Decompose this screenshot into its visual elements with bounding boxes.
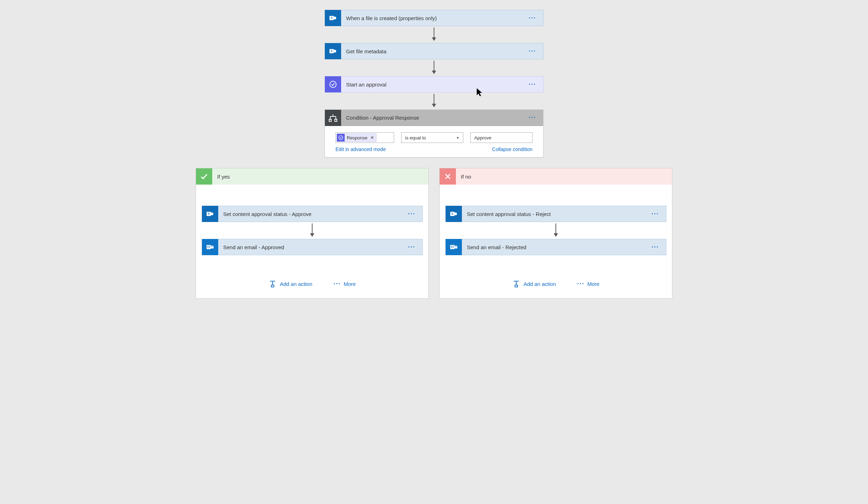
get-metadata-step[interactable]: S Get file metadata ···	[325, 43, 543, 59]
svg-text:O: O	[207, 245, 210, 249]
svg-marker-4	[432, 37, 436, 41]
more-button[interactable]: ··· More	[333, 280, 356, 288]
token-remove-icon[interactable]: ✕	[370, 135, 376, 140]
svg-rect-43	[515, 285, 517, 287]
add-action-icon	[269, 280, 277, 288]
svg-text:S: S	[331, 49, 333, 53]
start-approval-label: Start an approval	[341, 82, 522, 88]
more-icon[interactable]: ···	[401, 244, 422, 251]
svg-marker-24	[310, 233, 314, 237]
condition-operator-select[interactable]: is equal to ▼	[401, 132, 463, 143]
if-yes-branch: If yes S Set content approval status - A…	[196, 168, 429, 299]
step-label: Set content approval status - Approve	[218, 211, 401, 217]
more-label: More	[344, 281, 356, 287]
more-icon[interactable]: ···	[401, 210, 422, 218]
if-no-title: If no	[456, 174, 471, 180]
more-label: More	[587, 281, 599, 287]
svg-text:S: S	[451, 212, 453, 216]
arrow-icon	[552, 222, 559, 239]
svg-point-2	[333, 17, 336, 19]
add-action-icon	[512, 280, 520, 288]
no-set-approval-step[interactable]: S Set content approval status - Reject ·…	[445, 206, 666, 222]
more-icon[interactable]: ···	[522, 81, 543, 88]
more-icon[interactable]: ···	[644, 210, 666, 218]
step-label: Set content approval status - Reject	[462, 211, 644, 217]
more-icon: ···	[577, 280, 584, 288]
svg-marker-37	[554, 233, 558, 237]
add-action-button[interactable]: Add an action	[269, 280, 313, 288]
svg-text:S: S	[331, 16, 333, 20]
sharepoint-icon: S	[325, 10, 341, 26]
cursor-icon	[477, 88, 483, 98]
approval-icon	[337, 134, 345, 142]
step-label: Send an email - Rejected	[462, 244, 644, 250]
edit-advanced-link[interactable]: Edit in advanced mode	[335, 146, 386, 152]
svg-point-22	[210, 212, 213, 215]
arrow-icon	[430, 59, 438, 76]
svg-rect-30	[271, 285, 274, 287]
sharepoint-icon: S	[202, 206, 218, 222]
if-no-header: If no	[440, 168, 672, 185]
more-icon[interactable]: ···	[522, 14, 543, 22]
arrow-icon	[309, 222, 316, 239]
outlook-icon: O	[202, 239, 218, 255]
collapse-condition-link[interactable]: Collapse condition	[492, 146, 533, 152]
condition-left-field[interactable]: Response ✕	[335, 132, 394, 143]
more-icon: ···	[333, 280, 341, 288]
arrow-icon	[430, 26, 438, 43]
start-approval-step[interactable]: Start an approval ···	[325, 76, 543, 92]
response-token[interactable]: Response ✕	[337, 133, 376, 142]
condition-card: Condition - Approval Response ··· Respon…	[325, 109, 543, 157]
svg-text:O: O	[451, 245, 454, 249]
trigger-label: When a file is created (properties only)	[341, 15, 522, 21]
step-label: Send an email - Approved	[218, 244, 401, 250]
outlook-icon: O	[446, 239, 462, 255]
more-icon[interactable]: ···	[522, 114, 543, 121]
close-icon	[440, 168, 456, 185]
value-text: Approve	[474, 135, 491, 140]
yes-set-approval-step[interactable]: S Set content approval status - Approve …	[202, 206, 423, 222]
no-send-email-step[interactable]: O Send an email - Rejected ···	[445, 239, 666, 255]
operator-label: is equal to	[405, 135, 426, 140]
svg-rect-17	[329, 119, 331, 121]
svg-marker-44	[477, 88, 482, 96]
svg-point-7	[333, 50, 336, 53]
if-yes-title: If yes	[212, 174, 230, 180]
sharepoint-icon: S	[325, 43, 341, 59]
token-label: Response	[347, 135, 370, 140]
if-no-branch: If no S Set content approval status - Re…	[439, 168, 672, 299]
svg-point-10	[330, 81, 336, 88]
more-button[interactable]: ··· More	[577, 280, 599, 288]
svg-marker-12	[432, 104, 436, 107]
condition-value-input[interactable]: Approve	[470, 132, 533, 143]
sharepoint-icon: S	[446, 206, 462, 222]
if-yes-header: If yes	[196, 168, 428, 185]
check-icon	[196, 168, 212, 185]
yes-send-email-step[interactable]: O Send an email - Approved ···	[202, 239, 423, 255]
more-icon[interactable]: ···	[644, 244, 666, 251]
add-action-label: Add an action	[524, 281, 556, 287]
approval-icon	[325, 76, 341, 92]
condition-title: Condition - Approval Response	[341, 115, 522, 121]
condition-header[interactable]: Condition - Approval Response ···	[325, 110, 543, 126]
chevron-down-icon: ▼	[452, 136, 463, 140]
svg-marker-9	[432, 71, 436, 74]
svg-point-19	[339, 136, 343, 139]
svg-text:S: S	[208, 212, 210, 216]
add-action-label: Add an action	[280, 281, 313, 287]
get-metadata-label: Get file metadata	[341, 48, 522, 54]
arrow-icon	[430, 92, 438, 109]
trigger-step[interactable]: S When a file is created (properties onl…	[325, 10, 543, 26]
svg-rect-18	[335, 119, 337, 121]
svg-point-35	[454, 212, 457, 215]
add-action-button[interactable]: Add an action	[512, 280, 556, 288]
more-icon[interactable]: ···	[522, 48, 543, 55]
condition-icon	[325, 110, 341, 126]
